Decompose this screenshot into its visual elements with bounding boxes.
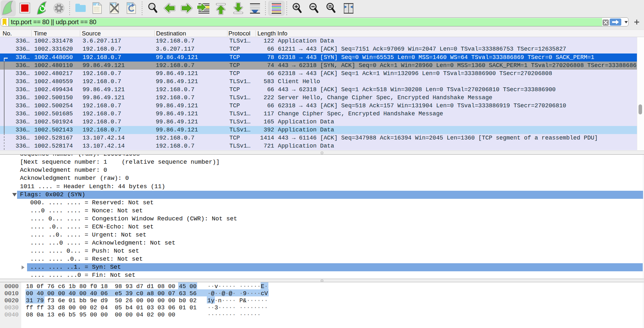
svg-text:01110: 01110 xyxy=(94,10,100,12)
